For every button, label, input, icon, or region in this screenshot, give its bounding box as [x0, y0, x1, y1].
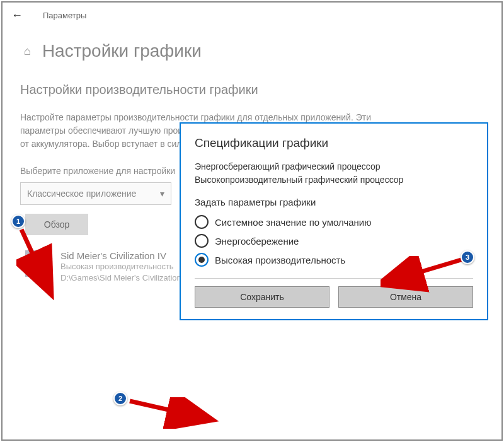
section-title: Настройки производительности графики: [3, 67, 501, 102]
annotation-arrow-2: [126, 397, 220, 429]
dialog-title: Спецификации графики: [195, 136, 473, 150]
titlebar-label: Параметры: [43, 11, 86, 20]
svg-line-3: [130, 401, 202, 417]
gpu-highperf-label: Высокопроизводительный графический проце…: [195, 173, 473, 187]
callout-badge-2: 2: [113, 392, 127, 405]
save-button[interactable]: Сохранить: [195, 286, 329, 308]
back-icon[interactable]: ←: [11, 9, 23, 22]
home-icon[interactable]: ⌂: [24, 45, 31, 58]
radio-label: Системное значение по умолчанию: [215, 217, 372, 228]
svg-line-1: [21, 230, 47, 284]
app-type-dropdown[interactable]: Классическое приложение ▾: [20, 182, 171, 205]
radio-label: Энергосбережение: [215, 236, 299, 247]
annotation-arrow-1: [16, 224, 67, 300]
page-title: Настройки графики: [42, 41, 202, 61]
window-frame: ← Параметры ⌂ Настройки графики Настройк…: [1, 1, 503, 441]
titlebar: ← Параметры: [3, 3, 501, 28]
dialog-subheading: Задать параметры графики: [195, 197, 473, 207]
callout-badge-1: 1: [11, 214, 25, 228]
gpu-powersave-label: Энергосберегающий графический процессор: [195, 160, 473, 173]
radio-icon: [195, 234, 209, 248]
annotation-arrow-3: [381, 256, 469, 294]
chevron-down-icon: ▾: [160, 189, 164, 199]
radio-power-saving[interactable]: Энергосбережение: [195, 234, 473, 248]
radio-icon: [195, 215, 209, 229]
radio-icon: [195, 253, 209, 267]
callout-badge-3: 3: [461, 250, 474, 264]
radio-label: Высокая производительность: [215, 255, 345, 265]
radio-system-default[interactable]: Системное значение по умолчанию: [195, 215, 473, 229]
dropdown-value: Классическое приложение: [27, 189, 136, 199]
page-header: ⌂ Настройки графики: [3, 28, 501, 67]
svg-line-5: [389, 260, 461, 281]
